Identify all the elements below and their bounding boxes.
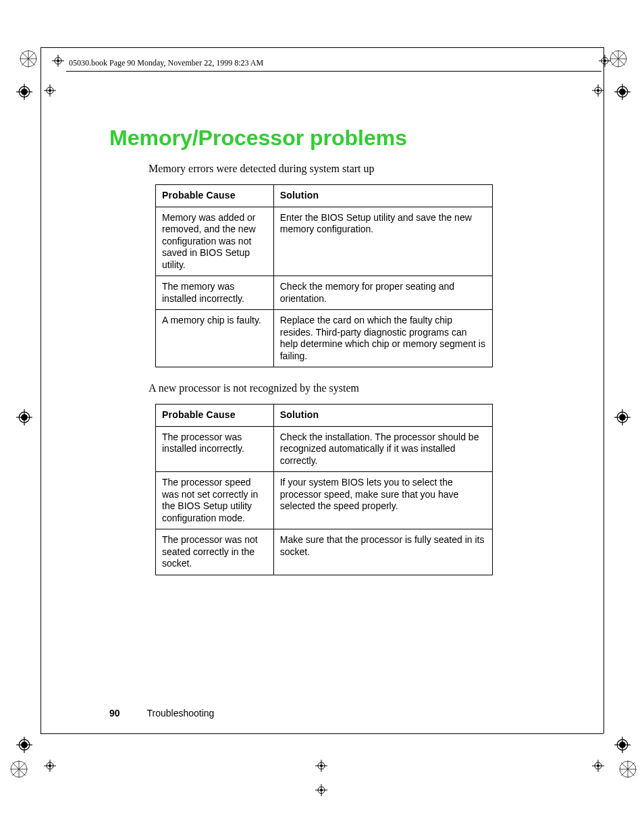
svg-point-67 (320, 789, 323, 791)
crosshair-icon (43, 84, 57, 97)
table-row: Memory was added or removed, and the new… (156, 207, 493, 276)
col-header-solution: Solution (273, 185, 492, 207)
table-row: The memory was installed incorrectly. Ch… (156, 276, 493, 310)
col-header-solution: Solution (273, 405, 492, 427)
table-header-row: Probable Cause Solution (156, 185, 493, 207)
cell-cause: The processor was installed incorrectly. (156, 426, 274, 472)
table-row: A memory chip is faulty. Replace the car… (156, 310, 493, 367)
cell-cause: Memory was added or removed, and the new… (156, 207, 274, 276)
crosshair-icon (315, 759, 328, 773)
svg-point-71 (57, 59, 59, 62)
running-header-text: 05030.book Page 90 Monday, November 22, … (69, 58, 263, 68)
crosshair-icon (16, 409, 32, 425)
section2-intro: A new processor is not recognized by the… (149, 382, 501, 394)
section1-intro: Memory errors were detected during syste… (149, 163, 501, 175)
registration-mark-icon (609, 49, 628, 68)
crosshair-icon (614, 84, 630, 100)
cell-solution: Enter the BIOS Setup utility and save th… (273, 207, 492, 276)
running-header: 05030.book Page 90 Monday, November 22, … (66, 57, 601, 72)
crop-line (603, 47, 604, 733)
table-row: The processor speed was not set correctl… (156, 472, 493, 529)
col-header-cause: Probable Cause (156, 185, 274, 207)
registration-mark-icon (618, 760, 637, 779)
page-title: Memory/Processor problems (109, 126, 501, 151)
crosshair-icon (591, 759, 605, 773)
crop-line (41, 47, 41, 733)
svg-point-59 (597, 764, 599, 767)
table-row: The processor was not seated correctly i… (156, 529, 493, 575)
table-memory-errors: Probable Cause Solution Memory was added… (155, 184, 493, 367)
crosshair-icon (16, 84, 32, 100)
table-row: The processor was installed incorrectly.… (156, 426, 493, 472)
svg-point-47 (49, 89, 51, 92)
table-header-row: Probable Cause Solution (156, 405, 493, 427)
crosshair-icon (614, 737, 630, 753)
page: 05030.book Page 90 Monday, November 22, … (0, 0, 644, 834)
cell-solution: If your system BIOS lets you to select t… (273, 472, 492, 529)
crop-line (41, 47, 603, 48)
cell-cause: The processor was not seated correctly i… (156, 529, 274, 575)
svg-point-55 (49, 764, 51, 767)
cell-cause: The memory was installed incorrectly. (156, 276, 274, 310)
cell-solution: Check the memory for proper seating and … (273, 276, 492, 310)
crosshair-icon (16, 737, 32, 753)
crosshair-icon (43, 759, 57, 773)
col-header-cause: Probable Cause (156, 405, 274, 427)
cell-solution: Check the installation. The processor sh… (273, 426, 492, 472)
crop-line (41, 733, 603, 734)
crosshair-icon (614, 409, 630, 425)
svg-point-75 (603, 59, 606, 62)
cell-cause: The processor speed was not set correctl… (156, 472, 274, 529)
page-number: 90 (109, 708, 120, 719)
cell-cause: A memory chip is faulty. (156, 310, 274, 367)
crosshair-icon (315, 783, 328, 797)
table-processor-errors: Probable Cause Solution The processor wa… (155, 404, 493, 575)
svg-point-51 (597, 89, 599, 92)
cell-solution: Make sure that the processor is fully se… (273, 529, 492, 575)
registration-mark-icon (19, 49, 38, 68)
crosshair-icon (51, 54, 65, 68)
svg-point-63 (320, 764, 323, 767)
content-area: Memory/Processor problems Memory errors … (109, 126, 501, 590)
crosshair-icon (591, 84, 605, 97)
cell-solution: Replace the card on which the faulty chi… (273, 310, 492, 367)
registration-mark-icon (9, 760, 28, 779)
page-footer: 90 Troubleshooting (109, 708, 214, 719)
footer-section: Troubleshooting (146, 708, 214, 719)
